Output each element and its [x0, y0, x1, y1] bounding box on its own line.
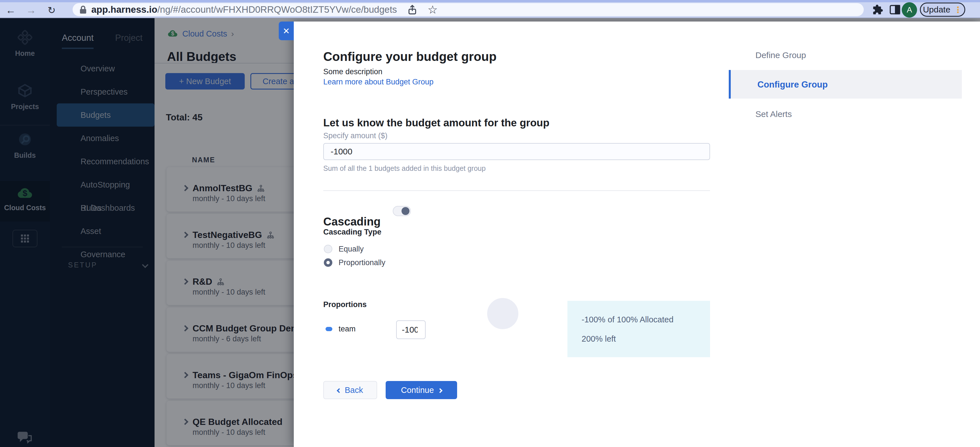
- update-label: Update: [923, 5, 950, 14]
- side-panel-icon[interactable]: [889, 3, 901, 16]
- url-path: /ng/#/account/wFHXHD0RRQWoO8tIZT5YVw/ce/…: [158, 4, 397, 15]
- amount-heading: Let us know the budget amount for the gr…: [323, 117, 550, 129]
- allocated-text: -100% of 100% Allocated: [582, 315, 673, 324]
- learn-more-link[interactable]: Learn more about Budget Group: [323, 78, 434, 86]
- url-domain: app.harness.io: [91, 4, 158, 15]
- chevron-right-icon: [438, 388, 443, 393]
- amount-label: Specify amount ($): [323, 132, 388, 140]
- proportion-input[interactable]: [396, 320, 426, 339]
- step-set-alerts[interactable]: Set Alerts: [756, 109, 792, 119]
- continue-button[interactable]: Continue: [386, 381, 457, 399]
- browser-update-button[interactable]: Update ⋮: [920, 3, 965, 17]
- amount-input[interactable]: [323, 143, 710, 160]
- chevron-left-icon: [337, 388, 341, 393]
- proportions-label: Proportions: [323, 300, 367, 309]
- avatar[interactable]: A: [902, 2, 917, 17]
- close-button[interactable]: ✕: [279, 22, 294, 40]
- close-icon: ✕: [283, 26, 290, 36]
- radio-label: Equally: [339, 245, 364, 254]
- browser-top-strip: [0, 0, 980, 2]
- kebab-icon: ⋮: [954, 5, 962, 15]
- browser-forward-icon[interactable]: →: [23, 2, 39, 18]
- wizard-steps: Define Group Configure Group Set Alerts: [729, 22, 980, 447]
- cascading-heading: Cascading: [323, 215, 380, 228]
- url-text: app.harness.io/ng/#/account/wFHXHD0RRQWo…: [91, 4, 397, 15]
- modal-title: Configure your budget group: [323, 49, 496, 64]
- browser-back-icon[interactable]: ←: [3, 2, 19, 18]
- amount-helper: Sum of all the 1 budgets added in this b…: [323, 164, 486, 173]
- share-icon[interactable]: [407, 4, 418, 15]
- cascading-toggle[interactable]: [393, 206, 411, 216]
- section-divider: [323, 190, 710, 191]
- radio-equally[interactable]: Equally: [324, 244, 364, 254]
- radio-proportionally[interactable]: Proportionally: [324, 258, 385, 268]
- radio-icon: [324, 245, 332, 253]
- step-active-label: Configure Group: [757, 79, 828, 90]
- allocation-summary: -100% of 100% Allocated 200% left: [567, 301, 710, 357]
- left-text: 200% left: [582, 334, 616, 344]
- allocation-donut-chart: [487, 298, 519, 329]
- series-dot-icon: [326, 327, 332, 331]
- cascading-type-label: Cascading Type: [323, 228, 382, 236]
- continue-label: Continue: [401, 385, 434, 395]
- back-label: Back: [345, 385, 363, 395]
- screen: ← → ↻ app.harness.io/ng/#/account/wFHXHD…: [0, 0, 980, 447]
- proportion-name: team: [339, 325, 356, 333]
- toggle-knob: [401, 207, 409, 215]
- back-button[interactable]: Back: [323, 381, 377, 399]
- step-configure-group[interactable]: Configure Group: [729, 70, 962, 98]
- extensions-icon[interactable]: [871, 3, 884, 16]
- lock-icon: [80, 6, 86, 14]
- browser-reload-icon[interactable]: ↻: [44, 2, 60, 18]
- radio-selected-icon: [324, 258, 332, 267]
- step-define-group[interactable]: Define Group: [756, 51, 806, 60]
- star-icon[interactable]: ☆: [428, 4, 439, 15]
- app-viewport: Home Projects Builds $ Cloud Costs: [0, 18, 980, 447]
- url-bar[interactable]: app.harness.io/ng/#/account/wFHXHD0RRQWo…: [73, 3, 864, 16]
- budget-group-modal: Configure your budget group Some descrip…: [294, 22, 980, 447]
- browser-chrome: ← → ↻ app.harness.io/ng/#/account/wFHXHD…: [0, 0, 980, 18]
- radio-label: Proportionally: [339, 258, 385, 267]
- proportion-row: team: [326, 325, 356, 333]
- modal-description: Some description: [323, 67, 383, 76]
